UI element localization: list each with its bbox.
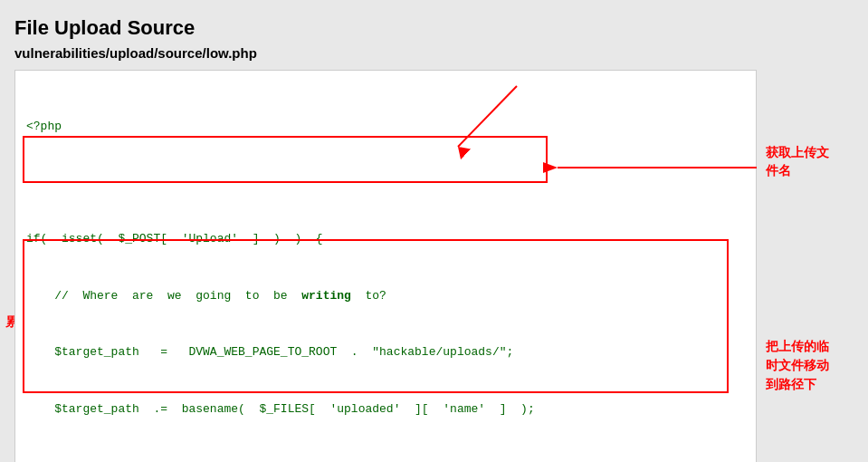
code-line-3: if( isset( $_POST[ 'Upload' ] ) ) { bbox=[26, 230, 745, 249]
code-line-blank2 bbox=[26, 457, 745, 462]
get-filename-annotation: 获取上传文件名 bbox=[766, 144, 838, 179]
code-line-5: $target_path = DVWA_WEB_PAGE_TO_ROOT . "… bbox=[26, 343, 745, 362]
code-line-1: <?php bbox=[26, 118, 745, 137]
red-box-2 bbox=[23, 239, 729, 393]
move-file-annotation: 把上传的临时文件移动到路径下 bbox=[766, 337, 838, 394]
page-title: File Upload Source bbox=[14, 16, 854, 40]
code-line-blank1 bbox=[26, 174, 745, 193]
code-content: <?php if( isset( $_POST[ 'Upload' ] ) ) … bbox=[14, 70, 757, 462]
code-line-6: $target_path .= basename( $_FILES[ 'uplo… bbox=[26, 400, 745, 419]
code-display: <?php if( isset( $_POST[ 'Upload' ] ) ) … bbox=[14, 70, 757, 462]
code-line-4: // Where are we going to be writing to? bbox=[26, 287, 745, 306]
filepath: vulnerabilities/upload/source/low.php bbox=[14, 45, 854, 61]
